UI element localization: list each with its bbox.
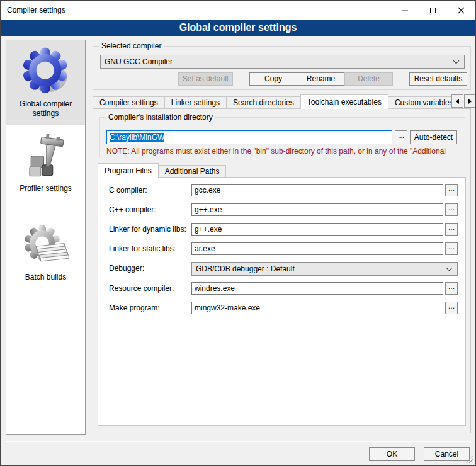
minimize-button[interactable] bbox=[390, 1, 419, 20]
compiler-settings-dialog: Compiler settings Global compiler settin… bbox=[0, 0, 476, 466]
selected-compiler-value: GNU GCC Compiler bbox=[105, 57, 173, 66]
installation-directory-group-label: Compiler's installation directory bbox=[106, 113, 215, 122]
gray-gear-papers-icon bbox=[22, 222, 70, 270]
blue-gear-icon bbox=[20, 45, 72, 97]
make-program-input[interactable]: mingw32-make.exe bbox=[191, 302, 443, 314]
cpp-compiler-input[interactable]: g++.exe bbox=[191, 203, 443, 216]
tab-additional-paths[interactable]: Additional Paths bbox=[158, 165, 227, 178]
program-files-page: C compiler: gcc.exe ... C++ compiler: g+… bbox=[98, 177, 466, 426]
sidebar-item-label: Global compiler settings bbox=[9, 99, 82, 118]
settings-category-list: Global compiler settings Pr bbox=[6, 40, 86, 435]
sidebar-item-global-compiler-settings[interactable]: Global compiler settings bbox=[6, 40, 85, 125]
tab-linker-settings[interactable]: Linker settings bbox=[164, 96, 227, 109]
chevron-down-icon bbox=[453, 58, 460, 64]
sidebar-item-label: Profiler settings bbox=[9, 184, 82, 193]
linker-dynamic-input[interactable]: g++.exe bbox=[191, 223, 443, 236]
sidebar-spacer bbox=[6, 200, 85, 217]
copy-button[interactable]: Copy bbox=[249, 72, 297, 86]
field-row-c-compiler: C compiler: gcc.exe ... bbox=[98, 184, 467, 198]
linker-static-label: Linker for static libs: bbox=[109, 244, 176, 253]
delete-button[interactable]: Delete bbox=[344, 72, 393, 86]
resource-compiler-label: Resource compiler: bbox=[109, 284, 174, 293]
compiler-settings-tabs: Compiler settings Linker settings Search… bbox=[93, 94, 451, 109]
debugger-label: Debugger: bbox=[109, 264, 144, 273]
minimize-icon bbox=[402, 10, 408, 11]
maximize-icon bbox=[430, 8, 436, 13]
installation-directory-group: Compiler's installation directory C:\ray… bbox=[99, 117, 465, 157]
auto-detect-button[interactable]: Auto-detect bbox=[410, 130, 457, 144]
field-row-linker-static: Linker for static libs: ar.exe ... bbox=[98, 242, 467, 256]
debugger-value: GDB/CDB debugger : Default bbox=[196, 264, 295, 273]
field-row-debugger: Debugger: GDB/CDB debugger : Default bbox=[98, 262, 467, 276]
tab-compiler-settings[interactable]: Compiler settings bbox=[93, 96, 165, 109]
arrow-right-icon bbox=[468, 99, 472, 104]
linker-static-input[interactable]: ar.exe bbox=[191, 242, 443, 255]
tab-scroll-right-button[interactable] bbox=[464, 94, 476, 108]
make-program-browse-button[interactable]: ... bbox=[445, 302, 458, 314]
field-row-linker-dynamic: Linker for dynamic libs: g++.exe ... bbox=[98, 223, 467, 237]
tab-toolchain-executables[interactable]: Toolchain executables bbox=[300, 94, 388, 109]
caliper-icon bbox=[22, 134, 70, 181]
field-row-resource-compiler: Resource compiler: windres.exe ... bbox=[98, 282, 467, 296]
c-compiler-label: C compiler: bbox=[109, 186, 147, 195]
ok-button[interactable]: OK bbox=[369, 447, 415, 461]
c-compiler-input[interactable]: gcc.exe bbox=[191, 184, 443, 196]
close-icon bbox=[458, 7, 465, 14]
banner-title: Global compiler settings bbox=[1, 20, 475, 36]
maximize-button[interactable] bbox=[419, 1, 447, 20]
window-title: Compiler settings bbox=[1, 6, 390, 14]
footer-divider bbox=[6, 441, 471, 442]
sidebar-item-batch-builds[interactable]: Batch builds bbox=[6, 217, 85, 288]
cpp-compiler-label: C++ compiler: bbox=[109, 205, 156, 214]
linker-static-browse-button[interactable]: ... bbox=[445, 242, 458, 255]
debugger-dropdown[interactable]: GDB/CDB debugger : Default bbox=[191, 262, 458, 276]
sidebar-item-label: Batch builds bbox=[9, 273, 82, 282]
cancel-button[interactable]: Cancel bbox=[424, 447, 470, 461]
selected-compiler-dropdown[interactable]: GNU GCC Compiler bbox=[100, 55, 465, 69]
reset-defaults-button[interactable]: Reset defaults bbox=[409, 72, 467, 86]
chevron-down-icon bbox=[446, 265, 453, 271]
program-files-tabs: Program Files Additional Paths bbox=[98, 163, 225, 178]
arrow-left-icon bbox=[456, 99, 459, 104]
resource-compiler-browse-button[interactable]: ... bbox=[445, 282, 458, 295]
close-button[interactable] bbox=[447, 1, 475, 20]
tab-program-files[interactable]: Program Files bbox=[98, 163, 159, 178]
sidebar-item-profiler-settings[interactable]: Profiler settings bbox=[6, 128, 85, 200]
installation-directory-value: C:\raylib\MinGW bbox=[110, 133, 164, 142]
make-program-label: Make program: bbox=[109, 304, 160, 312]
titlebar: Compiler settings bbox=[1, 1, 475, 20]
installation-note: NOTE: All programs must exist either in … bbox=[106, 147, 464, 156]
linker-dynamic-label: Linker for dynamic libs: bbox=[109, 225, 186, 234]
rename-button[interactable]: Rename bbox=[297, 72, 345, 86]
tab-custom-variables[interactable]: Custom variables bbox=[388, 96, 451, 109]
field-row-cpp-compiler: C++ compiler: g++.exe ... bbox=[98, 203, 467, 217]
toolchain-executables-page: Compiler's installation directory C:\ray… bbox=[93, 108, 471, 433]
selected-compiler-group-label: Selected compiler bbox=[99, 42, 164, 51]
tab-scroll-left-button[interactable] bbox=[451, 94, 463, 108]
installation-directory-input[interactable]: C:\raylib\MinGW bbox=[106, 130, 392, 144]
tab-search-directories[interactable]: Search directories bbox=[226, 96, 301, 109]
c-compiler-browse-button[interactable]: ... bbox=[445, 184, 458, 196]
linker-dynamic-browse-button[interactable]: ... bbox=[445, 223, 458, 236]
set-as-default-button[interactable]: Set as default bbox=[178, 72, 233, 86]
resource-compiler-input[interactable]: windres.exe bbox=[191, 282, 443, 295]
cpp-compiler-browse-button[interactable]: ... bbox=[445, 203, 458, 216]
field-row-make-program: Make program: mingw32-make.exe ... bbox=[98, 302, 467, 315]
installation-directory-browse-button[interactable]: ... bbox=[395, 130, 407, 144]
selected-compiler-group: Selected compiler GNU GCC Compiler Set a… bbox=[93, 46, 471, 90]
